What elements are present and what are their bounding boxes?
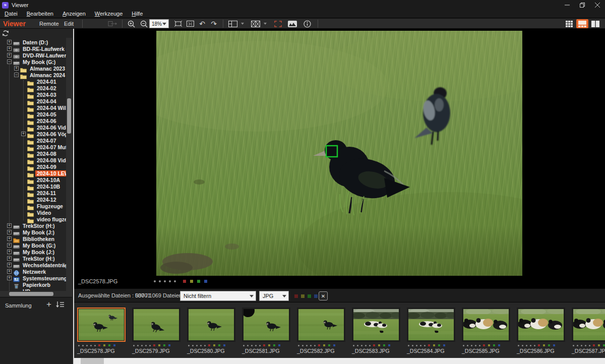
tree-expander[interactable]: +	[7, 223, 12, 228]
fit-screen-icon[interactable]	[173, 19, 183, 28]
chevron-down-icon[interactable]	[264, 23, 267, 25]
tree-item-2024-10-lew[interactable]: +2024-10 LEW	[0, 170, 66, 176]
tree-item-flugzeuge[interactable]: +Flugzeuge	[0, 203, 66, 209]
tree-expander[interactable]: –	[14, 73, 19, 77]
tree-item-2024-12[interactable]: +2024-12	[0, 196, 66, 203]
tree-expander[interactable]: +	[7, 46, 12, 51]
label-color-filter[interactable]	[294, 294, 298, 298]
filmstrip-thumbnail[interactable]: _DSC2585.JPG	[462, 308, 510, 358]
label-color-filters[interactable]	[294, 294, 321, 298]
filmstrip-scrollbar-thumb[interactable]	[81, 358, 104, 364]
grid-view-button[interactable]	[563, 19, 575, 28]
menu-hilfe[interactable]: Hilfe	[127, 10, 147, 18]
rating-bar[interactable]	[154, 280, 211, 283]
actual-size-icon[interactable]	[185, 19, 195, 28]
restore-button[interactable]	[575, 0, 590, 10]
tree-item-trekstor-h-[interactable]: +TrekStor (H:)	[0, 255, 66, 262]
tree-vertical-scrollbar[interactable]	[66, 38, 72, 291]
filmstrip-thumbnail[interactable]: _DSC2580.JPG	[187, 308, 235, 358]
tab-edit[interactable]: Edit	[64, 19, 74, 29]
menu-anzeigen[interactable]: Anzeigen	[58, 10, 90, 18]
tree-item-almanac-2024[interactable]: –Almanac 2024	[0, 72, 66, 78]
tree-horizontal-scrollbar[interactable]	[0, 291, 72, 297]
tree-expander[interactable]: +	[7, 276, 12, 280]
image-filmstrip-view-button[interactable]	[576, 19, 588, 28]
label-color-chip[interactable]	[190, 280, 193, 283]
tree-item-2024-08-video[interactable]: +2024-08 Video	[0, 157, 66, 163]
tree-item-systemsteuerung[interactable]: +Systemsteuerung	[0, 275, 66, 281]
tree-item-video[interactable]: +Video	[0, 209, 66, 216]
zoom-out-icon[interactable]	[139, 19, 149, 28]
tree-item-papierkorb[interactable]: +Papierkorb	[0, 281, 66, 288]
tree-expander[interactable]: +	[7, 256, 12, 261]
tree-expander[interactable]: +	[14, 66, 19, 71]
tree-item-trekstor-h-[interactable]: +TrekStor (H:)	[0, 222, 66, 229]
photo-main[interactable]	[156, 31, 522, 276]
image-canvas[interactable]: _DSC2578.JPG	[74, 29, 605, 288]
tree-expander[interactable]: +	[7, 236, 12, 241]
menu-werkzeuge[interactable]: Werkzeuge	[90, 10, 127, 18]
rating-star[interactable]	[154, 280, 156, 282]
chevron-down-icon[interactable]	[241, 23, 244, 25]
tree-item-almanac-2023[interactable]: +Almanac 2023	[0, 65, 66, 72]
filmstrip-thumbnail[interactable]: _DSC2587.JPG	[572, 308, 605, 358]
tree-item-my-book-g-[interactable]: +My Book (G:)	[0, 242, 66, 249]
multi-view-icon[interactable]	[251, 19, 261, 28]
rating-star[interactable]	[169, 280, 171, 282]
label-color-filter[interactable]	[314, 294, 318, 298]
tree-item-my-book-j-[interactable]: +My Book (J:)	[0, 249, 66, 255]
filmstrip-thumbnail[interactable]: _DSC2578.JPG	[77, 308, 126, 358]
filter-select[interactable]: Nicht filtern	[180, 291, 256, 301]
histogram-icon[interactable]	[287, 19, 297, 28]
label-color-filter[interactable]	[301, 294, 305, 298]
tree-item-2024-04-willi[interactable]: +2024-04 Willi	[0, 104, 66, 111]
tree-item-2024-06-video[interactable]: +2024-06 Video	[0, 124, 66, 131]
filmstrip-thumbnail[interactable]: _DSC2583.JPG	[352, 308, 400, 358]
compare-view-icon[interactable]	[228, 19, 238, 28]
filmstrip-thumbnail[interactable]: _DSC2582.JPG	[297, 308, 345, 358]
tree-item-2024-01[interactable]: +2024-01	[0, 78, 66, 85]
filmstrip-scrollbar[interactable]	[74, 358, 605, 364]
label-color-filter[interactable]	[308, 294, 311, 298]
tree-horizontal-scrollbar-thumb[interactable]	[9, 292, 53, 296]
rotate-left-icon[interactable]: ↶	[197, 19, 207, 28]
label-color-chip[interactable]	[197, 280, 200, 283]
tree-item-2024-10a[interactable]: +2024-10A	[0, 176, 66, 183]
tree-expander[interactable]: +	[21, 132, 26, 136]
tree-expander[interactable]: +	[7, 250, 12, 254]
tree-item-2024-06-vögel[interactable]: +2024-06 Vögel	[0, 131, 66, 137]
tree-item-daten-d-[interactable]: +Daten (D:)	[0, 39, 66, 45]
tree-item-netzwerk[interactable]: +Netzwerk	[0, 268, 66, 275]
label-color-chip[interactable]	[183, 280, 186, 283]
tree-item-2024-05[interactable]: +2024-05	[0, 111, 66, 117]
info-icon[interactable]	[302, 19, 312, 28]
tree-item-video-flugzeug[interactable]: +video flugzeug	[0, 216, 66, 222]
format-select[interactable]: JPG	[259, 291, 289, 301]
tree-item-2024-08[interactable]: +2024-08	[0, 150, 66, 157]
tree-item-my-book-j-[interactable]: +My Book (J:)	[0, 229, 66, 235]
menu-datei[interactable]: Datei	[0, 10, 22, 18]
tree-expander[interactable]: +	[7, 243, 12, 248]
rotate-right-icon[interactable]: ↷	[209, 19, 219, 28]
focus-point-icon[interactable]	[273, 19, 283, 28]
label-color-chip[interactable]	[204, 280, 207, 283]
tree-expander[interactable]: +	[7, 269, 12, 274]
export-icon[interactable]	[107, 19, 117, 28]
tree-expander[interactable]: –	[7, 59, 12, 64]
filmstrip-thumbnail[interactable]: _DSC2584.JPG	[407, 308, 455, 358]
rating-star[interactable]	[159, 280, 161, 282]
zoom-in-icon[interactable]	[126, 19, 136, 28]
tree-item-2024-09[interactable]: +2024-09	[0, 163, 66, 170]
two-pane-view-button[interactable]	[589, 19, 601, 28]
clear-filter-button[interactable]: ✕	[319, 291, 328, 300]
tree-item-my-book-g-[interactable]: –My Book (G:)	[0, 58, 66, 65]
tree-item-2024-10b[interactable]: +2024-10B	[0, 183, 66, 190]
tab-remote[interactable]: Remote	[39, 19, 59, 29]
rating-star[interactable]	[164, 280, 166, 282]
tree-item-2024-11[interactable]: +2024-11	[0, 190, 66, 196]
tree-expander[interactable]: +	[7, 230, 12, 234]
tree-item-2024-06[interactable]: +2024-06	[0, 117, 66, 124]
add-collection-button[interactable]: +	[44, 299, 53, 310]
tree-item-2024-03[interactable]: +2024-03	[0, 91, 66, 98]
close-button[interactable]	[590, 0, 605, 10]
